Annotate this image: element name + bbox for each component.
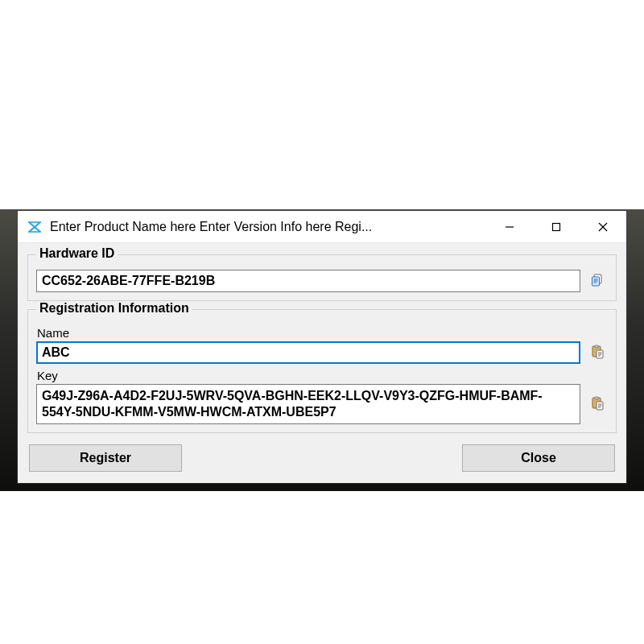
register-button[interactable]: Register bbox=[29, 444, 182, 472]
close-button[interactable]: Close bbox=[462, 444, 615, 472]
minimize-button[interactable] bbox=[486, 211, 533, 243]
registration-info-legend: Registration Information bbox=[36, 301, 192, 316]
maximize-button[interactable] bbox=[533, 211, 580, 243]
registration-dialog: Enter Product Name here Enter Version In… bbox=[18, 211, 626, 483]
titlebar: Enter Product Name here Enter Version In… bbox=[18, 211, 626, 243]
paste-icon bbox=[589, 395, 605, 414]
button-row: Register Close bbox=[27, 441, 617, 473]
name-label: Name bbox=[37, 326, 608, 340]
name-field[interactable] bbox=[36, 341, 580, 364]
hardware-id-group: Hardware ID bbox=[27, 254, 617, 301]
paste-name-button[interactable] bbox=[587, 341, 608, 364]
copy-icon bbox=[589, 272, 605, 291]
window-title: Enter Product Name here Enter Version In… bbox=[50, 220, 486, 234]
dialog-body: Hardware ID bbox=[18, 243, 626, 483]
hardware-id-legend: Hardware ID bbox=[36, 246, 118, 261]
paste-icon bbox=[589, 344, 605, 362]
svg-rect-5 bbox=[553, 223, 560, 230]
svg-rect-20 bbox=[595, 397, 598, 399]
registration-info-group: Registration Information Name bbox=[27, 309, 617, 433]
app-icon bbox=[26, 218, 43, 236]
key-label: Key bbox=[37, 369, 608, 382]
window-close-button[interactable] bbox=[580, 211, 626, 243]
paste-key-button[interactable] bbox=[587, 384, 608, 424]
key-field[interactable] bbox=[36, 384, 580, 424]
copy-hardware-id-button[interactable] bbox=[587, 270, 608, 292]
svg-rect-14 bbox=[595, 345, 598, 348]
hardware-id-field[interactable] bbox=[36, 270, 580, 292]
